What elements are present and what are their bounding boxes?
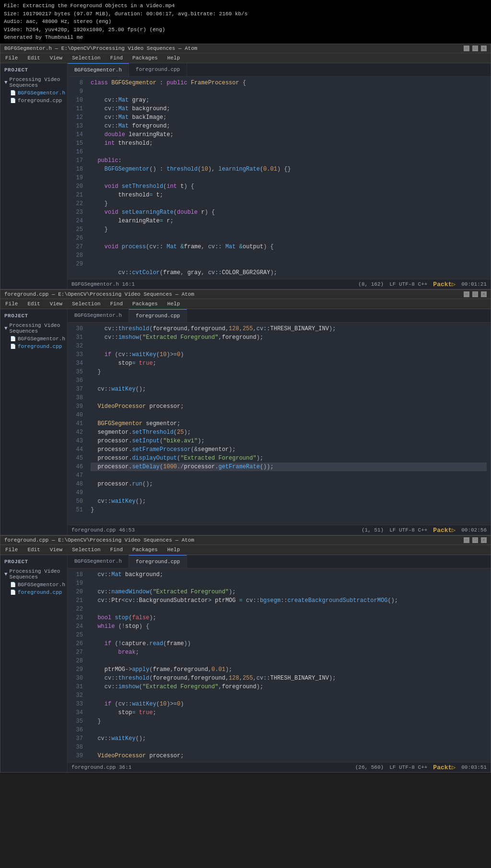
sidebar-group-1: ▼ Processing Video Sequences 📄 BGFGSegme… [0,75,67,105]
minimize-btn-3[interactable]: ─ [464,537,469,543]
minimize-btn-2[interactable]: ─ [464,291,469,297]
video-line2: Size: 101790217 bytes (97.07 MiB), durat… [4,10,487,18]
sidebar-file-bgfg-2[interactable]: 📄 BGFGSegmentor.h [0,335,67,343]
sidebar-title-2: Project [0,311,67,321]
menu-find-1[interactable]: Find [105,54,128,62]
sidebar-file-fg-3[interactable]: 📄 foreground.cpp [0,589,67,596]
menu-edit-1[interactable]: Edit [23,54,45,62]
chevron-icon-2: ▼ [4,325,8,331]
menu-packages-3[interactable]: Packages [128,546,163,554]
tab-fg-2[interactable]: foreground.cpp [129,309,187,322]
window-controls-1: ─ □ ✕ [464,46,487,51]
line-numbers-2: 303132 333435 363738 394041 424344 45464… [68,323,87,525]
menu-view-3[interactable]: View [45,546,67,554]
menu-selection-2[interactable]: Selection [67,300,105,308]
code-area-1[interactable]: 8910 111213 141516 171819 202122 232425 … [68,77,491,279]
packt-logo-1: Packt▷ [433,280,456,288]
sidebar-file-fg-2[interactable]: 📄 foreground.cpp [0,343,67,350]
status-pos-3: (26, 560) [355,764,384,770]
video-info-header: File: Extracting the Foreground Objects … [0,0,491,44]
file-icon-1: 📄 [10,90,16,96]
sidebar-filename-bgfg-1: BGFGSegmentor.h [18,90,65,96]
maximize-btn-3[interactable]: □ [472,537,478,543]
file-icon-bgfg-2: 📄 [10,336,16,342]
code-content-3: 181920 212223 242526 272829 303132 33343… [68,568,491,762]
code-lines-3: cv::Mat background; cv::namedWindow("Ext… [87,568,491,762]
sidebar-group-header-3[interactable]: ▼ Processing Video Sequences [0,567,67,581]
window-title-3: foreground.cpp — E:\OpenCV\Processing Vi… [4,537,194,543]
menu-file-2[interactable]: File [0,300,23,308]
menu-help-1[interactable]: Help [163,54,185,62]
menu-file-3[interactable]: File [0,546,23,554]
tab-bgfg-1[interactable]: BGFGSegmentor.h [68,63,129,76]
window-controls-2: ─ □ ✕ [464,291,487,297]
sidebar-file-bgfg-3[interactable]: 📄 BGFGSegmentor.h [0,581,67,589]
timer-3: 00:03:51 [461,764,487,770]
status-pos-1: (8, 162) [358,281,384,287]
status-encoding-1: LF UTF-8 C++ [389,281,427,287]
code-lines-1: class BGFGSegmentor : public FrameProces… [87,77,491,279]
status-bar-3: foreground.cpp 36:1 (26, 560) LF UTF-8 C… [68,762,491,772]
sidebar-group-header-1[interactable]: ▼ Processing Video Sequences [0,76,67,89]
tab-bgfg-3[interactable]: BGFGSegmentor.h [68,555,129,568]
tab-fg-3[interactable]: foreground.cpp [129,555,187,568]
menu-edit-3[interactable]: Edit [23,546,45,554]
video-line5: Generated by Thumbnail me [4,34,487,42]
sidebar-filename-fg-2: foreground.cpp [18,344,62,349]
status-left-1: BGFGSegmentor.h 16:1 [71,281,135,287]
tab-bgfg-2[interactable]: BGFGSegmentor.h [68,309,129,322]
timer-1: 00:01:21 [461,281,487,287]
menu-view-2[interactable]: View [45,300,67,308]
sidebar-file-fg-1[interactable]: 📄 foreground.cpp [0,97,67,104]
close-btn-3[interactable]: ✕ [481,537,487,543]
maximize-btn-2[interactable]: □ [472,291,478,297]
menu-selection-3[interactable]: Selection [67,546,105,554]
status-pos-2: (1, 51) [362,527,384,533]
sidebar-group-3: ▼ Processing Video Sequences 📄 BGFGSegme… [0,567,67,597]
line-numbers-1: 8910 111213 141516 171819 202122 232425 … [68,77,87,279]
video-line1: File: Extracting the Foreground Objects … [4,2,487,10]
sidebar-group-label-1: Processing Video Sequences [10,77,63,88]
close-btn-2[interactable]: ✕ [481,291,487,297]
file-icon-fg3: 📄 [10,590,16,595]
editor-body-3: Project ▼ Processing Video Sequences 📄 B… [0,555,491,772]
status-right-2: (1, 51) LF UTF-8 C++ Packt▷ 00:02:56 [362,526,487,534]
minimize-btn-1[interactable]: ─ [464,46,469,51]
sidebar-title-1: Project [0,65,67,75]
sidebar-group-label-3: Processing Video Sequences [10,568,63,580]
code-area-2[interactable]: 303132 333435 363738 394041 424344 45464… [68,323,491,525]
sidebar-group-header-2[interactable]: ▼ Processing Video Sequences [0,322,67,335]
menu-find-2[interactable]: Find [105,300,128,308]
window-titlebar-2: foreground.cpp — E:\OpenCV\Processing Vi… [0,290,491,299]
editor-window-3: foreground.cpp — E:\OpenCV\Processing Vi… [0,535,491,773]
sidebar-2: Project ▼ Processing Video Sequences 📄 B… [0,309,68,535]
menu-view-1[interactable]: View [45,54,67,62]
menu-bar-3: File Edit View Selection Find Packages H… [0,545,491,555]
window-titlebar-1: BGFGSegmentor.h — E:\OpenCV\Processing V… [0,44,491,53]
main-editor-3: BGFGSegmentor.h foreground.cpp 181920 21… [68,555,491,772]
code-lines-2: cv::threshold(foreground,foreground,128,… [87,323,491,525]
code-content-2: 303132 333435 363738 394041 424344 45464… [68,323,491,525]
menu-help-3[interactable]: Help [163,546,185,554]
video-line4: Video: h264, yuv420p, 1920x1080, 25.00 f… [4,26,487,34]
menu-selection-1[interactable]: Selection [67,54,105,62]
menu-edit-2[interactable]: Edit [23,300,45,308]
menu-help-2[interactable]: Help [163,300,185,308]
close-btn-1[interactable]: ✕ [481,46,487,51]
menu-file-1[interactable]: File [0,54,23,62]
sidebar-title-3: Project [0,557,67,567]
maximize-btn-1[interactable]: □ [472,46,478,51]
window-titlebar-3: foreground.cpp — E:\OpenCV\Processing Vi… [0,536,491,545]
status-encoding-3: LF UTF-8 C++ [389,764,427,770]
menu-find-3[interactable]: Find [105,546,128,554]
file-icon-fg-1: 📄 [10,98,16,104]
tab-fg-1[interactable]: foreground.cpp [129,63,187,76]
packt-logo-3: Packt▷ [433,764,456,771]
sidebar-file-bgfg-1[interactable]: 📄 BGFGSegmentor.h [0,89,67,97]
menu-packages-2[interactable]: Packages [128,300,163,308]
video-line3: Audio: aac, 48000 Hz, stereo (eng) [4,18,487,26]
code-area-3[interactable]: 181920 212223 242526 272829 303132 33343… [68,568,491,762]
sidebar-3: Project ▼ Processing Video Sequences 📄 B… [0,555,68,772]
menu-packages-1[interactable]: Packages [128,54,163,62]
status-bar-2: foreground.cpp 46:53 (1, 51) LF UTF-8 C+… [68,525,491,535]
